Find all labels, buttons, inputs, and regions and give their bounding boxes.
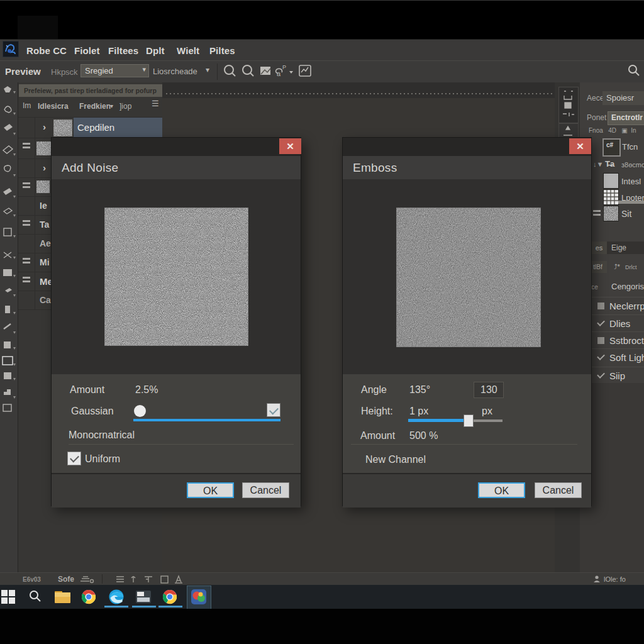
svg-text:a: a [277, 70, 281, 77]
svg-text:P: P [282, 64, 286, 70]
